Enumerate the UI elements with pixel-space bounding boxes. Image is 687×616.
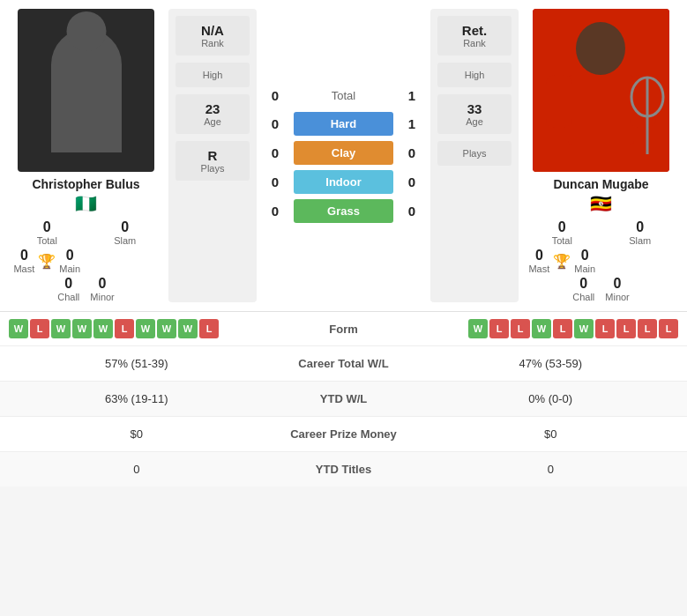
right-form-badge: L bbox=[616, 319, 636, 338]
left-form-badge: W bbox=[93, 319, 113, 338]
indoor-row: 0 Indoor 0 bbox=[262, 170, 425, 194]
stats-row: 63% (19-11)YTD W/L0% (0-0) bbox=[0, 381, 687, 416]
stats-row-label: Career Prize Money bbox=[265, 427, 423, 441]
left-form-badge: L bbox=[115, 319, 134, 338]
left-slam-stat: 0 Slam bbox=[87, 219, 164, 246]
right-form-badge: L bbox=[638, 319, 657, 338]
right-age-detail: 33 Age bbox=[437, 94, 512, 134]
stats-row-label: YTD Titles bbox=[265, 463, 423, 476]
court-section: 0 Total 1 0 Hard 1 0 Clay 0 0 bbox=[262, 9, 425, 302]
right-player-photo bbox=[533, 9, 669, 172]
left-form-badge: L bbox=[199, 319, 219, 338]
stats-row-left-value: 57% (51-39) bbox=[9, 357, 265, 370]
left-player-card: Christopher Bulus 🇳🇬 0 Total 0 Slam 0 Ma… bbox=[9, 9, 163, 302]
left-rank-detail: N/A Rank bbox=[175, 16, 250, 56]
middle-section: N/A Rank High 23 Age R Plays bbox=[168, 9, 519, 302]
svg-rect-3 bbox=[546, 75, 572, 128]
left-player-photo bbox=[18, 9, 154, 172]
left-chall-stat: 0 Chall 0 Minor bbox=[9, 276, 163, 302]
grass-row: 0 Grass 0 bbox=[262, 199, 425, 223]
right-slam-stat: 0 Slam bbox=[602, 219, 679, 246]
stats-row: 57% (51-39)Career Total W/L47% (53-59) bbox=[0, 345, 687, 381]
svg-rect-2 bbox=[568, 75, 634, 145]
left-total-stat: 0 Total bbox=[9, 219, 86, 246]
right-player-name: Duncan Mugabe bbox=[553, 177, 648, 191]
right-form-badge: W bbox=[574, 319, 594, 338]
left-age-detail: 23 Age bbox=[175, 94, 250, 134]
stats-row-right-value: 0 bbox=[423, 463, 679, 476]
right-chall-stat: 0 Chall 0 Minor bbox=[524, 276, 678, 302]
left-form-badges: WLWWWLWWWL bbox=[9, 319, 296, 338]
left-high-detail: High bbox=[175, 63, 250, 87]
right-form-badge: W bbox=[468, 319, 488, 338]
stats-row-right-value: 47% (53-59) bbox=[423, 357, 679, 370]
left-form-badge: W bbox=[178, 319, 198, 338]
right-form-badge: L bbox=[489, 319, 509, 338]
right-detail-card: Ret. Rank High 33 Age Plays bbox=[430, 9, 519, 302]
right-trophy-icon: 🏆 bbox=[553, 253, 571, 270]
form-label: Form bbox=[300, 323, 388, 336]
right-high-detail: High bbox=[437, 63, 512, 87]
right-form-badge: W bbox=[532, 319, 551, 338]
stats-row-right-value: 0% (0-0) bbox=[423, 392, 679, 405]
stats-row-left-value: $0 bbox=[9, 427, 265, 441]
right-form-badges: WLLWLWLLLL bbox=[392, 319, 679, 338]
form-section: WLWWWLWWWL Form WLLWLWLLLL bbox=[0, 311, 687, 345]
left-player-silhouette bbox=[51, 29, 122, 152]
stats-rows: 57% (51-39)Career Total W/L47% (53-59)63… bbox=[0, 345, 687, 486]
stats-row: $0Career Prize Money$0 bbox=[0, 416, 687, 451]
left-player-name: Christopher Bulus bbox=[32, 177, 139, 191]
right-form-badge: L bbox=[595, 319, 615, 338]
right-total-stat: 0 Total bbox=[524, 219, 601, 246]
main-container: Christopher Bulus 🇳🇬 0 Total 0 Slam 0 Ma… bbox=[0, 0, 687, 486]
svg-point-1 bbox=[576, 22, 625, 75]
right-player-stats: 0 Total 0 Slam 0 Mast 🏆 0 Main bbox=[524, 219, 678, 302]
left-form-badge: W bbox=[72, 319, 92, 338]
right-player-image bbox=[533, 9, 669, 172]
total-row: 0 Total 1 bbox=[262, 88, 425, 103]
left-form-badge: W bbox=[51, 319, 71, 338]
right-player-flag: 🇺🇬 bbox=[590, 193, 612, 214]
right-form-badge: L bbox=[553, 319, 572, 338]
left-detail-card: N/A Rank High 23 Age R Plays bbox=[168, 9, 257, 302]
right-player-card: Duncan Mugabe 🇺🇬 0 Total 0 Slam 0 Mast 🏆 bbox=[524, 9, 678, 302]
stats-row: 0YTD Titles0 bbox=[0, 451, 687, 486]
stats-row-label: YTD W/L bbox=[265, 392, 423, 405]
left-plays-detail: R Plays bbox=[175, 141, 250, 181]
right-rank-detail: Ret. Rank bbox=[437, 16, 512, 56]
stats-row-left-value: 63% (19-11) bbox=[9, 392, 265, 405]
right-mast-stat: 0 Mast 🏆 0 Main bbox=[524, 248, 601, 274]
right-form-badge: L bbox=[511, 319, 530, 338]
left-player-flag: 🇳🇬 bbox=[75, 193, 97, 214]
left-form-badge: L bbox=[30, 319, 49, 338]
stats-row-left-value: 0 bbox=[9, 463, 265, 476]
players-section: Christopher Bulus 🇳🇬 0 Total 0 Slam 0 Ma… bbox=[0, 0, 687, 311]
right-form-badge: L bbox=[659, 319, 678, 338]
left-form-badge: W bbox=[136, 319, 155, 338]
stats-row-label: Career Total W/L bbox=[265, 357, 423, 370]
right-plays-detail: Plays bbox=[437, 141, 512, 166]
svg-rect-4 bbox=[630, 75, 656, 128]
left-player-stats: 0 Total 0 Slam 0 Mast 🏆 0 Main bbox=[9, 219, 163, 302]
hard-row: 0 Hard 1 bbox=[262, 112, 425, 136]
left-form-badge: W bbox=[157, 319, 176, 338]
left-mast-stat: 0 Mast 🏆 0 Main bbox=[9, 248, 86, 274]
stats-row-right-value: $0 bbox=[423, 427, 679, 441]
clay-row: 0 Clay 0 bbox=[262, 141, 425, 165]
left-form-badge: W bbox=[9, 319, 28, 338]
left-trophy-icon: 🏆 bbox=[38, 253, 56, 270]
